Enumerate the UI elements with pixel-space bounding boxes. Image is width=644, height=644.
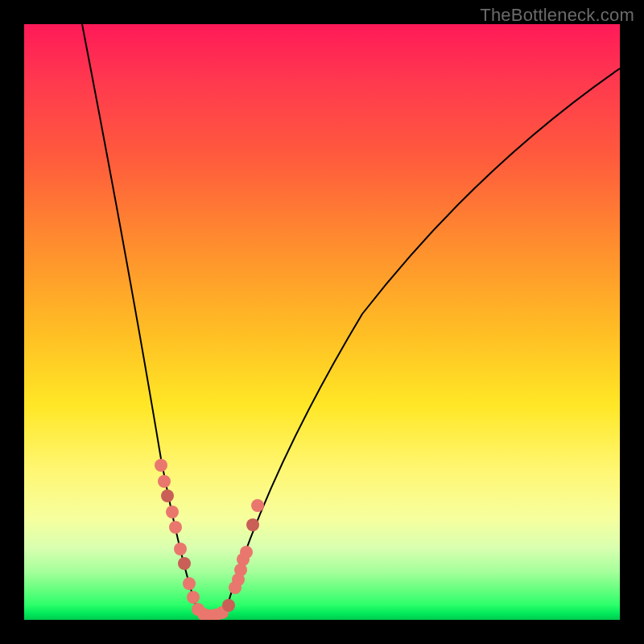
dot (174, 543, 187, 555)
dot (187, 591, 200, 604)
dot (169, 521, 182, 534)
dot (155, 459, 167, 472)
chart-svg (24, 24, 620, 620)
plot-area (24, 24, 620, 620)
dot (240, 546, 253, 559)
dot (222, 599, 235, 612)
watermark-text: TheBottleneck.com (480, 5, 634, 26)
dot (246, 518, 259, 531)
figure-frame: TheBottleneck.com (0, 0, 644, 644)
dot (178, 557, 191, 570)
curve-right-branch (225, 68, 620, 612)
dot (166, 506, 179, 518)
dot (158, 475, 171, 488)
dot (161, 489, 174, 502)
dot (183, 577, 196, 590)
dots-group (155, 459, 264, 620)
dot (251, 499, 264, 512)
